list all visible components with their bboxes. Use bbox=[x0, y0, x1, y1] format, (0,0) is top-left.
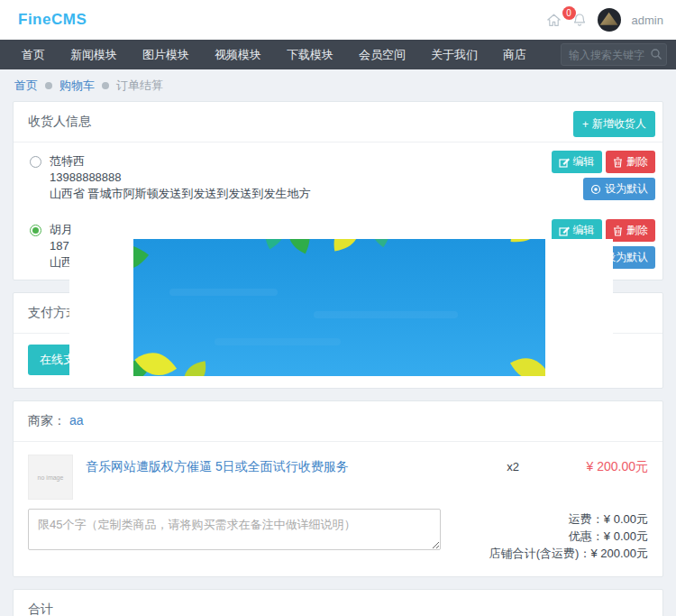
avatar-image bbox=[598, 8, 621, 32]
delete-address-button[interactable]: 删除 bbox=[606, 151, 655, 173]
address-detail: 山西省 晋城市阿斯顿发送到发送到发送到发生地方 bbox=[50, 186, 428, 202]
notification-badge: 0 bbox=[562, 6, 576, 20]
banner-image bbox=[133, 239, 545, 376]
breadcrumb-current: 订单结算 bbox=[116, 78, 163, 94]
nav-item-shop[interactable]: 商店 bbox=[490, 40, 539, 69]
breadcrumb-cart[interactable]: 购物车 bbox=[59, 78, 95, 94]
summary-card: 合计 应付总额： ¥ 200.00元 ¥ 提交订单 bbox=[13, 589, 663, 616]
nav-item-news[interactable]: 新闻模块 bbox=[58, 40, 130, 69]
trash-icon bbox=[613, 225, 623, 236]
nav-item-member[interactable]: 会员空间 bbox=[346, 40, 418, 69]
nav-item-video[interactable]: 视频模块 bbox=[202, 40, 274, 69]
discount-row: 优惠：¥ 0.00元 bbox=[441, 528, 648, 545]
add-recipient-button[interactable]: + 新增收货人 bbox=[573, 111, 655, 137]
breadcrumb-separator bbox=[102, 82, 109, 89]
nav-item-about[interactable]: 关于我们 bbox=[418, 40, 490, 69]
shipping-row: 运费：¥ 0.00元 bbox=[441, 510, 648, 528]
address-phone: 13988888888 bbox=[50, 170, 428, 186]
trash-icon bbox=[613, 157, 623, 168]
breadcrumb: 首页 购物车 订单结算 bbox=[0, 69, 676, 101]
product-price: ¥ 200.00元 bbox=[540, 459, 648, 475]
breadcrumb-home[interactable]: 首页 bbox=[14, 78, 38, 94]
address-radio-selected[interactable] bbox=[30, 225, 41, 236]
set-default-button[interactable]: 设为默认 bbox=[583, 178, 655, 200]
address-name: 胡月 bbox=[50, 222, 428, 238]
home-icon[interactable] bbox=[546, 13, 562, 28]
store-subtotal-row: 店铺合计(含运费)：¥ 200.00元 bbox=[441, 545, 648, 562]
edit-icon bbox=[559, 157, 570, 168]
username[interactable]: admin bbox=[632, 14, 663, 27]
recipient-title: 收货人信息 bbox=[14, 102, 662, 143]
delete-address-button[interactable]: 删除 bbox=[606, 219, 655, 242]
nav-item-home[interactable]: 首页 bbox=[9, 40, 58, 69]
notifications[interactable]: 0 bbox=[572, 13, 587, 28]
merchant-name-link[interactable]: aa bbox=[69, 413, 84, 429]
store-totals: 运费：¥ 0.00元 优惠：¥ 0.00元 店铺合计(含运费)：¥ 200.00… bbox=[441, 509, 648, 562]
main-nav: 首页 新闻模块 图片模块 视频模块 下载模块 会员空间 关于我们 商店 bbox=[0, 40, 676, 69]
product-title-link[interactable]: 音乐网站遭版权方催逼 5日或全面试行收费服务 bbox=[86, 459, 486, 475]
order-note-input[interactable] bbox=[28, 509, 441, 550]
banner-container bbox=[69, 239, 613, 376]
search-icon[interactable] bbox=[650, 48, 662, 60]
top-bar: FineCMS 0 admin bbox=[0, 0, 676, 40]
nav-item-images[interactable]: 图片模块 bbox=[130, 40, 202, 69]
product-quantity: x2 bbox=[486, 460, 540, 473]
breadcrumb-separator bbox=[45, 82, 52, 89]
product-row: no image 音乐网站遭版权方催逼 5日或全面试行收费服务 x2 ¥ 200… bbox=[28, 455, 648, 500]
target-icon bbox=[590, 184, 601, 195]
merchant-label: 商家： bbox=[28, 413, 66, 429]
plus-icon: + bbox=[582, 118, 589, 131]
edit-icon bbox=[559, 225, 570, 236]
avatar[interactable] bbox=[598, 8, 621, 32]
merchant-card: 商家： aa no image 音乐网站遭版权方催逼 5日或全面试行收费服务 x… bbox=[13, 400, 663, 577]
app-logo[interactable]: FineCMS bbox=[18, 11, 87, 29]
summary-title: 合计 bbox=[14, 590, 662, 616]
nav-item-download[interactable]: 下载模块 bbox=[274, 40, 346, 69]
address-item[interactable]: 范特西 13988888888 山西省 晋城市阿斯顿发送到发送到发送到发生地方 … bbox=[14, 143, 662, 211]
address-radio[interactable] bbox=[30, 156, 41, 168]
edit-address-button[interactable]: 编辑 bbox=[552, 151, 602, 173]
product-thumbnail[interactable]: no image bbox=[28, 455, 73, 500]
address-name: 范特西 bbox=[50, 153, 428, 170]
